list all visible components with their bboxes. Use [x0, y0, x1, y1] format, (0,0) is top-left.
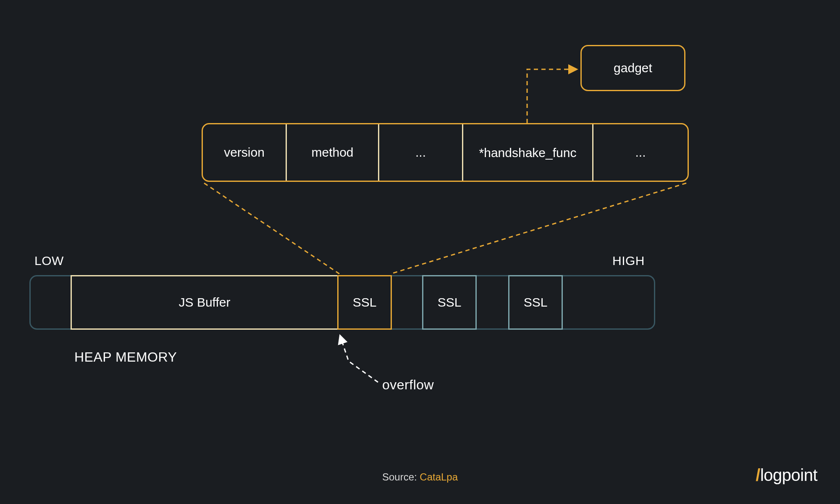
struct-cell-label: method: [311, 145, 353, 160]
jsbuffer-label: JS Buffer: [179, 295, 231, 310]
brand-slash: /: [756, 466, 760, 484]
overflow-label: overflow: [382, 377, 434, 393]
ssl-label: SSL: [524, 295, 548, 310]
ssl-label: SSL: [438, 295, 462, 310]
ssl-box-2: SSL: [422, 275, 477, 330]
struct-cell-ellipsis-2: ...: [593, 124, 688, 181]
struct-cell-handshake-func: *handshake_func: [463, 124, 593, 181]
struct-cell-version: version: [203, 124, 287, 181]
jsbuffer-box: JS Buffer: [71, 275, 339, 330]
heap-memory-label: HEAP MEMORY: [74, 349, 177, 365]
gadget-label: gadget: [614, 61, 652, 75]
struct-cell-label: ...: [415, 145, 426, 160]
source-attribution: Source: CataLpa: [382, 471, 458, 483]
struct-cell-method: method: [287, 124, 379, 181]
svg-line-0: [204, 183, 339, 274]
high-label: HIGH: [612, 254, 645, 268]
low-label: LOW: [34, 254, 64, 268]
brand-logo: /logpoint: [756, 466, 817, 485]
struct-cell-label: version: [224, 145, 265, 160]
connector-lines: [0, 0, 840, 504]
diagram-canvas: gadget version method ... *handshake_fun…: [0, 0, 840, 504]
ssl-box-1: SSL: [337, 275, 392, 330]
struct-cell-label: ...: [635, 145, 646, 160]
struct-cell-label: *handshake_func: [479, 144, 577, 161]
source-author: CataLpa: [420, 471, 458, 483]
struct-cell-ellipsis: ...: [379, 124, 463, 181]
ssl-box-3: SSL: [508, 275, 563, 330]
struct-row: version method ... *handshake_func ...: [202, 123, 689, 182]
gadget-box: gadget: [580, 45, 685, 91]
brand-name: logpoint: [760, 466, 817, 484]
ssl-label: SSL: [353, 295, 377, 310]
source-prefix: Source:: [382, 471, 420, 483]
